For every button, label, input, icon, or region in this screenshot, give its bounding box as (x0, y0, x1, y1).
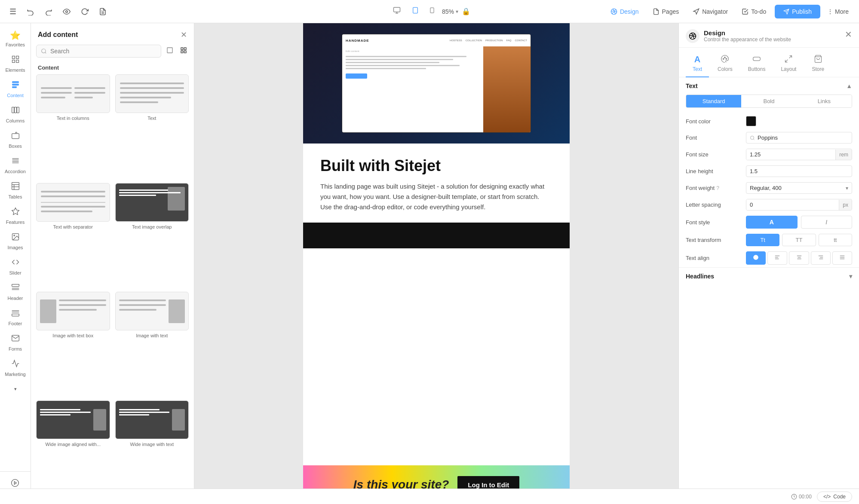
text-tab-icon: A (694, 55, 700, 64)
tab-colors[interactable]: Colors (711, 52, 739, 77)
list-item[interactable]: Text with separator (36, 183, 110, 287)
tab-layout[interactable]: Layout (774, 52, 803, 77)
line-height-input[interactable] (746, 165, 852, 177)
sidebar-item-footer[interactable]: Footer (2, 305, 29, 330)
undo-button[interactable] (24, 5, 37, 18)
sidebar-item-elements[interactable]: Elements (2, 52, 29, 76)
list-item[interactable]: Text in columns (36, 74, 110, 178)
tab-buttons[interactable]: Buttons (741, 52, 773, 77)
tab-store[interactable]: Store (805, 52, 831, 77)
time-display: 00:00 (791, 494, 812, 500)
font-size-field[interactable] (746, 149, 835, 160)
design-nav-btn[interactable]: Design (605, 6, 644, 18)
font-color-swatch[interactable] (746, 116, 756, 126)
list-view-btn[interactable] (165, 45, 175, 57)
sidebar-item-marketing[interactable]: Marketing (2, 356, 29, 380)
desktop-device-btn[interactable] (389, 4, 405, 19)
align-left-btn[interactable] (767, 251, 787, 265)
style-bold-btn[interactable]: Bold (741, 95, 796, 107)
tablet-large-device-btn[interactable] (408, 3, 422, 19)
font-style-italic-btn[interactable]: I (801, 216, 853, 229)
refresh-button[interactable] (78, 5, 91, 18)
tablet-device-btn[interactable] (426, 4, 439, 19)
svg-point-42 (12, 480, 19, 487)
sidebar-item-boxes[interactable]: Boxes (2, 128, 29, 152)
thumb-wide-image-with-text (115, 400, 189, 439)
design-panel-close-button[interactable]: ✕ (845, 29, 852, 40)
design-panel-header: Design Control the appearance of the web… (679, 23, 859, 48)
style-links-btn[interactable]: Links (797, 95, 852, 107)
thumb-text-separator (36, 183, 110, 222)
letter-spacing-unit: px (839, 200, 852, 210)
line-height-row: Line height (679, 163, 859, 180)
align-auto-btn[interactable] (746, 251, 766, 265)
svg-rect-18 (12, 82, 18, 83)
svg-line-45 (45, 52, 46, 54)
text-section-header[interactable]: Text ▲ (679, 77, 859, 95)
transform-uppercase-btn[interactable]: TT (782, 234, 816, 246)
svg-point-52 (723, 58, 724, 60)
design-panel-text: Design Control the appearance of the web… (704, 29, 791, 43)
font-input[interactable]: Poppins (746, 132, 852, 144)
sidebar-item-accordion[interactable]: Accordion (2, 153, 29, 177)
search-input[interactable] (50, 48, 156, 55)
list-item[interactable]: Text (115, 74, 189, 178)
sidebar-item-slider[interactable]: Slider (2, 254, 29, 279)
list-item[interactable]: Image with text (115, 292, 189, 395)
align-right-btn[interactable] (811, 251, 831, 265)
navigator-nav-btn[interactable]: Navigator (687, 6, 733, 18)
headlines-section-header[interactable]: Headlines ▾ (679, 268, 859, 285)
align-justify-btn[interactable] (832, 251, 852, 265)
canvas-area: HANDMADE HOSTESS COLLECTION PRODUCTION F… (194, 23, 678, 504)
list-item[interactable]: Text image overlap (115, 183, 189, 287)
line-height-value (746, 165, 852, 177)
svg-line-57 (785, 60, 788, 62)
sidebar-item-favorites[interactable]: ⭐ Favorites (2, 27, 29, 51)
transform-capitalize-btn[interactable]: Tt (746, 234, 779, 246)
grid-view-btn[interactable] (178, 45, 189, 57)
text-section-title: Text (686, 82, 698, 89)
sidebar-item-label: Columns (6, 118, 25, 123)
panel-close-button[interactable]: ✕ (181, 30, 187, 40)
design-panel: Design Control the appearance of the web… (678, 23, 859, 504)
transform-lowercase-btn[interactable]: tt (819, 234, 852, 246)
sidebar-item-content[interactable]: Content (2, 77, 29, 101)
letter-spacing-field[interactable] (746, 199, 839, 210)
font-style-normal-btn[interactable]: A (746, 216, 798, 229)
sidebar-item-tables[interactable]: Tables (2, 178, 29, 203)
sidebar-item-label: Marketing (5, 372, 25, 377)
sidebar-item-forms[interactable]: Forms (2, 330, 29, 355)
navigator-nav-label: Navigator (702, 8, 728, 15)
sidebar-item-label: Accordion (5, 169, 26, 174)
align-center-btn[interactable] (789, 251, 809, 265)
tab-text[interactable]: A Text (686, 52, 709, 77)
more-button[interactable]: ⋮ More (824, 6, 852, 18)
sidebar-more-btn[interactable]: ▾ (2, 383, 29, 395)
letter-spacing-input[interactable]: px (746, 199, 852, 211)
pages-nav-btn[interactable]: Pages (647, 6, 684, 18)
main-area: ⭐ Favorites Elements Content Columns B (0, 23, 859, 504)
sidebar-item-images[interactable]: Images (2, 229, 29, 254)
sidebar-item-columns[interactable]: Columns (2, 102, 29, 127)
colors-tab-icon (721, 55, 729, 64)
style-standard-btn[interactable]: Standard (686, 95, 741, 107)
menu-button[interactable]: ☰ (7, 4, 19, 19)
preview-button[interactable] (60, 5, 73, 18)
code-button[interactable]: </> Code (817, 492, 852, 502)
chevron-down-icon: ▾ (14, 386, 17, 392)
svg-marker-33 (12, 208, 19, 215)
sidebar-item-header[interactable]: Header (2, 280, 29, 304)
save-button[interactable] (96, 5, 109, 18)
font-weight-select[interactable]: Regular, 400 ▾ (746, 182, 852, 194)
redo-button[interactable] (42, 5, 55, 18)
zoom-selector[interactable]: 85% ▾ (442, 8, 458, 15)
font-size-input[interactable]: rem (746, 149, 852, 160)
thumb-image-with-text (115, 292, 189, 330)
publish-button[interactable]: Publish (775, 5, 820, 18)
sidebar-item-label: Slider (9, 270, 21, 275)
sidebar-item-features[interactable]: Features (2, 204, 29, 228)
todo-nav-btn[interactable]: To-do (736, 6, 771, 18)
list-item[interactable]: Image with text box (36, 292, 110, 395)
canvas-preview-image: HANDMADE HOSTESS COLLECTION PRODUCTION F… (303, 23, 570, 144)
sidebar-item-label: Tables (9, 194, 22, 199)
